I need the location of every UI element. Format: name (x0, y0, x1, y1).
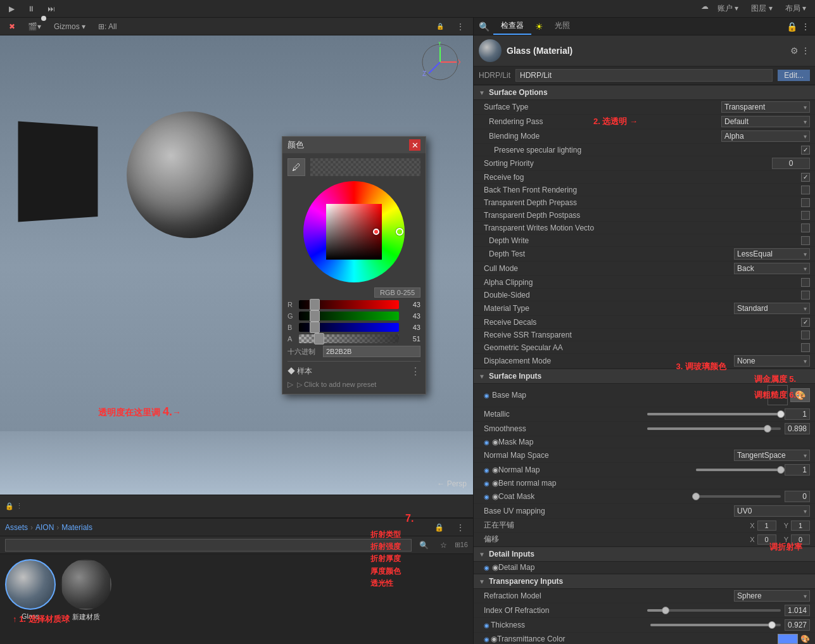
mat-menu-btn[interactable]: ⋮ (801, 46, 810, 56)
vp-lock-btn[interactable]: 🔒 (433, 22, 448, 31)
base-uv-dropdown[interactable]: UV0 ▾ (734, 505, 810, 517)
breadcrumb-aion[interactable]: AION (35, 523, 54, 532)
blending-mode-label: Blending Mode (489, 132, 721, 141)
receive-fog-checkbox[interactable] (801, 173, 810, 182)
receive-decals-checkbox[interactable] (801, 318, 810, 327)
cp-close-btn[interactable]: ✕ (409, 139, 420, 151)
refraction-model-dropdown[interactable]: Sphere ▾ (734, 590, 810, 602)
coat-mask-thumb[interactable] (692, 493, 700, 500)
thickness-thumb[interactable] (768, 621, 776, 629)
breadcrumb-materials[interactable]: Materials (61, 523, 92, 532)
cp-ring-cursor[interactable] (396, 228, 403, 236)
sorting-priority-input[interactable] (772, 158, 810, 169)
surface-type-dropdown[interactable]: Transparent ▾ (721, 101, 810, 113)
normal-map-thumb[interactable] (777, 466, 785, 474)
transparent-depth-postpass-checkbox[interactable] (801, 211, 810, 220)
smoothness-track[interactable] (647, 427, 781, 430)
transparent-writes-motion-checkbox[interactable] (801, 224, 810, 232)
asset-item-glass[interactable]: Glass (5, 559, 56, 622)
cp-a-track[interactable] (299, 334, 399, 343)
prop-smoothness: Smoothness 0.898 (474, 422, 815, 436)
vp-close-btn[interactable]: ✖ (5, 21, 19, 32)
vp-camera-btn[interactable]: 🎬▾ (24, 21, 45, 32)
tab-inspector[interactable]: 检查器 (493, 18, 531, 35)
alpha-clipping-checkbox[interactable] (801, 278, 810, 287)
asset-search-btn[interactable]: 🔍 (415, 540, 433, 551)
breadcrumb-assets[interactable]: Assets (5, 523, 28, 532)
depth-test-dropdown[interactable]: LessEqual ▾ (734, 248, 810, 260)
cp-a-row: A 51 (287, 334, 420, 343)
tiling-x-input[interactable] (757, 521, 776, 531)
vp-gizmos-btn[interactable]: Gizmos ▾ (50, 21, 89, 32)
cp-b-thumb[interactable] (310, 322, 320, 333)
cp-wheel[interactable] (303, 181, 405, 282)
bottom-lock-btn[interactable]: 🔒 (431, 522, 448, 533)
thickness-track[interactable] (650, 624, 781, 626)
ior-track[interactable] (647, 609, 781, 612)
depth-write-checkbox[interactable] (801, 236, 810, 245)
cp-r-thumb[interactable] (310, 299, 320, 310)
rp-lock-btn[interactable]: 🔒 (787, 22, 797, 32)
cp-r-track[interactable] (299, 300, 399, 309)
geometric-specular-checkbox[interactable] (801, 343, 810, 352)
cp-preset-label[interactable]: ▷ Click to add new preset (297, 381, 376, 389)
cp-sample-menu[interactable]: ⋮ (410, 365, 420, 377)
pause-btn[interactable]: ⏸ (23, 3, 39, 15)
layout-btn[interactable]: 布局 ▾ (781, 2, 810, 15)
displacement-mode-dropdown[interactable]: None ▾ (734, 355, 810, 367)
offset-x-input[interactable] (757, 534, 776, 545)
layers-btn[interactable]: 图层 ▾ (747, 2, 776, 15)
base-map-thumb[interactable] (768, 385, 788, 405)
cull-mode-dropdown[interactable]: Back ▾ (734, 263, 810, 274)
asset-search-input[interactable] (5, 539, 412, 552)
base-map-pick-btn[interactable]: 🎨 (790, 388, 810, 402)
cp-eyedropper-btn[interactable]: 🖊 (287, 158, 305, 176)
shader-dropdown[interactable]: HDRP/Lit (515, 69, 773, 82)
cp-g-thumb[interactable] (310, 310, 320, 322)
cp-mode-btn[interactable]: RGB 0-255 (374, 287, 420, 298)
cp-inner-square[interactable] (326, 204, 382, 260)
cp-new-preset[interactable]: ▷ ▷ Click to add new preset (287, 380, 420, 389)
transmittance-color-pick[interactable]: 🎨 (800, 635, 810, 643)
cp-a-thumb[interactable] (314, 333, 324, 344)
metallic-track[interactable] (647, 413, 781, 415)
coat-mask-track[interactable] (696, 495, 781, 498)
rp-menu-btn[interactable]: ⋮ (801, 22, 810, 32)
asset-filter-btn[interactable]: ☆ (436, 540, 451, 551)
rendering-pass-dropdown[interactable]: Default ▾ (721, 116, 810, 127)
cp-g-track[interactable] (299, 312, 399, 320)
double-sided-checkbox[interactable] (801, 291, 810, 300)
normal-map-track[interactable] (696, 469, 781, 471)
vp-all-btn[interactable]: ⊞: All (94, 21, 120, 32)
back-then-front-checkbox[interactable] (801, 186, 810, 194)
section-transparency-inputs[interactable]: ▼ Transparency Inputs (474, 574, 815, 589)
metallic-thumb[interactable] (777, 410, 785, 418)
step-btn[interactable]: ⏭ (44, 3, 59, 15)
section-detail-inputs[interactable]: ▼ Detail Inputs (474, 546, 815, 562)
transmittance-color-swatch[interactable] (778, 634, 798, 644)
shader-edit-btn[interactable]: Edit... (778, 70, 810, 81)
mat-settings-btn[interactable]: ⚙ (790, 46, 799, 56)
transparent-depth-prepass-checkbox[interactable] (801, 198, 810, 207)
tab-lighting[interactable]: 光照 (547, 18, 578, 35)
tiling-y-input[interactable] (791, 521, 810, 531)
play-btn[interactable]: ▶ (5, 3, 18, 15)
ior-thumb[interactable] (662, 607, 669, 614)
asset-item-new[interactable]: 新建材质 (61, 559, 111, 622)
cp-b-track[interactable] (299, 323, 399, 332)
bottom-menu-btn[interactable]: ⋮ (453, 522, 468, 533)
vp-menu-btn[interactable]: ⋮ (453, 21, 468, 32)
material-type-dropdown[interactable]: Standard ▾ (734, 303, 810, 314)
surface-type-label: Surface Type (484, 103, 721, 111)
section-surface-options[interactable]: ▼ Surface Options (474, 85, 815, 100)
cp-hex-input[interactable] (323, 346, 420, 357)
normal-map-space-dropdown[interactable]: TangentSpace ▾ (734, 450, 810, 461)
offset-y-input[interactable] (791, 534, 810, 545)
preserve-specular-checkbox[interactable] (801, 146, 810, 155)
section-surface-inputs[interactable]: ▼ Surface Inputs (474, 369, 815, 384)
receive-ssr-checkbox[interactable] (801, 331, 810, 339)
blending-mode-dropdown[interactable]: Alpha ▾ (721, 130, 810, 142)
smoothness-thumb[interactable] (764, 425, 771, 432)
account-btn[interactable]: 账户 ▾ (714, 2, 742, 15)
cp-inner-cursor[interactable] (373, 229, 379, 235)
